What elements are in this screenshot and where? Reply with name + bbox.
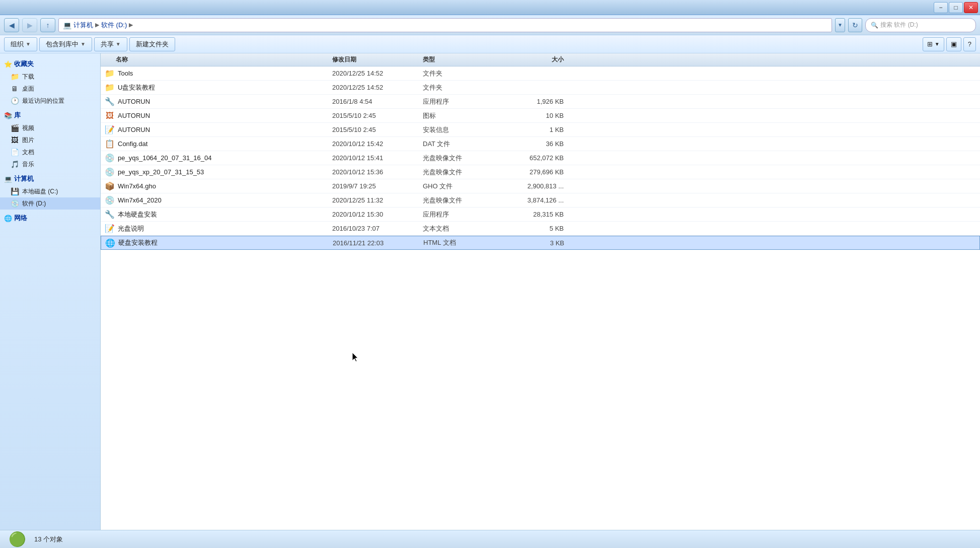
file-name-disk-install: 硬盘安装教程	[118, 238, 158, 247]
file-type-pe-xp: 光盘映像文件	[423, 168, 503, 177]
search-bar[interactable]: 🔍 搜索 软件 (D:)	[865, 18, 976, 32]
file-size-autorun-exe: 1,926 KB	[503, 98, 574, 105]
preview-pane-button[interactable]: ▣	[946, 37, 961, 51]
file-icon-pe-xp: 💿	[105, 167, 115, 177]
breadcrumb-computer[interactable]: 计算机	[73, 21, 93, 30]
file-size-autorun-inf: 1 KB	[503, 126, 574, 133]
col-header-size[interactable]: 大小	[503, 55, 574, 64]
sidebar: ⭐ 收藏夹 📁 下载 🖥 桌面 🕐 最近访问的位置 📚 库	[0, 53, 101, 530]
table-row[interactable]: 📁 U盘安装教程 2020/12/25 14:52 文件夹	[101, 81, 980, 95]
share-button[interactable]: 共享 ▼	[94, 37, 127, 51]
music-icon: 🎵	[10, 160, 19, 169]
table-row[interactable]: 💿 pe_yqs_xp_20_07_31_15_53 2020/10/12 15…	[101, 165, 980, 179]
file-name-local-install: 本地硬盘安装	[118, 210, 157, 219]
computer-section-icon: 💻	[4, 175, 12, 183]
file-size-win7-2020: 3,874,126 ...	[503, 196, 574, 204]
table-row[interactable]: 🔧 AUTORUN 2016/1/8 4:54 应用程序 1,926 KB	[101, 95, 980, 109]
file-icon-pe-1064: 💿	[105, 153, 115, 163]
sidebar-item-desktop[interactable]: 🖥 桌面	[0, 83, 100, 95]
sidebar-item-software-d[interactable]: 💿 软件 (D:)	[0, 197, 100, 210]
table-row[interactable]: 🖼 AUTORUN 2015/5/10 2:45 图标 10 KB	[101, 109, 980, 123]
file-name-win7-2020: Win7x64_2020	[118, 196, 162, 204]
file-type-win7-2020: 光盘映像文件	[423, 196, 503, 205]
help-button[interactable]: ?	[963, 37, 976, 51]
sidebar-section-library-title[interactable]: 📚 库	[0, 109, 100, 122]
computer-icon: 💻	[63, 21, 71, 29]
file-date-pe-xp: 2020/10/12 15:36	[332, 168, 423, 176]
address-dropdown[interactable]: ▼	[835, 18, 845, 32]
organize-dropdown-icon: ▼	[26, 41, 31, 47]
breadcrumb-sep1: ▶	[95, 22, 99, 28]
table-row[interactable]: 🌐 硬盘安装教程 2016/11/21 22:03 HTML 文档 3 KB	[101, 236, 980, 250]
col-header-type[interactable]: 类型	[423, 55, 503, 64]
file-type-disc-readme: 文本文档	[423, 224, 503, 233]
table-row[interactable]: 📁 Tools 2020/12/25 14:52 文件夹	[101, 66, 980, 81]
file-icon-autorun-inf: 📝	[105, 125, 115, 135]
table-row[interactable]: 🔧 本地硬盘安装 2020/10/12 15:30 应用程序 28,315 KB	[101, 208, 980, 222]
sidebar-item-docs[interactable]: 📄 文档	[0, 146, 100, 158]
table-row[interactable]: 📦 Win7x64.gho 2019/9/7 19:25 GHO 文件 2,90…	[101, 179, 980, 193]
help-icon: ?	[968, 40, 971, 48]
refresh-button[interactable]: ↻	[848, 18, 862, 32]
preview-icon: ▣	[951, 40, 957, 48]
table-row[interactable]: 📋 Config.dat 2020/10/12 15:42 DAT 文件 36 …	[101, 137, 980, 151]
file-type-pe-1064: 光盘映像文件	[423, 154, 503, 163]
file-name-udisk-install: U盘安装教程	[118, 83, 155, 92]
file-icon-autorun-exe: 🔧	[105, 97, 115, 107]
forward-button[interactable]: ▶	[22, 18, 37, 32]
file-list-container[interactable]: 名称 修改日期 类型 大小 📁 Tools 2020/12/25 14:52 文…	[101, 53, 980, 530]
up-button[interactable]: ↑	[40, 18, 55, 32]
table-row[interactable]: 💿 Win7x64_2020 2020/12/25 11:32 光盘映像文件 3…	[101, 193, 980, 208]
file-date-win7-gho: 2019/9/7 19:25	[332, 182, 423, 190]
file-name-win7-gho: Win7x64.gho	[118, 182, 156, 190]
video-icon: 🎬	[10, 123, 19, 132]
new-folder-button[interactable]: 新建文件夹	[129, 37, 175, 51]
file-size-pe-xp: 279,696 KB	[503, 168, 574, 176]
sidebar-item-video[interactable]: 🎬 视频	[0, 122, 100, 134]
close-button[interactable]: ✕	[964, 2, 978, 13]
minimize-button[interactable]: −	[934, 2, 948, 13]
file-name-pe-1064: pe_yqs_1064_20_07_31_16_04	[118, 154, 212, 162]
docs-icon: 📄	[10, 148, 19, 157]
table-row[interactable]: 📝 AUTORUN 2015/5/10 2:45 安装信息 1 KB	[101, 123, 980, 137]
status-bar: 🟢 13 个对象	[0, 530, 980, 548]
file-type-local-install: 应用程序	[423, 210, 503, 219]
back-button[interactable]: ◀	[4, 18, 19, 32]
new-folder-label: 新建文件夹	[136, 40, 169, 49]
sidebar-item-downloads[interactable]: 📁 下载	[0, 71, 100, 83]
file-size-autorun-ico: 10 KB	[503, 112, 574, 119]
breadcrumb-drive[interactable]: 软件 (D:)	[101, 21, 127, 30]
maximize-button[interactable]: □	[949, 2, 963, 13]
include-library-dropdown-icon: ▼	[81, 41, 86, 47]
downloads-icon: 📁	[10, 72, 19, 81]
sidebar-item-pictures[interactable]: 🖼 图片	[0, 134, 100, 146]
table-row[interactable]: 📝 光盘说明 2016/10/23 7:07 文本文档 5 KB	[101, 222, 980, 236]
file-date-udisk-install: 2020/12/25 14:52	[332, 84, 423, 91]
file-name-disc-readme: 光盘说明	[118, 224, 144, 233]
sidebar-section-network-title[interactable]: 🌐 网络	[0, 212, 100, 225]
file-icon-win7-2020: 💿	[105, 195, 115, 206]
file-name-tools: Tools	[118, 70, 133, 77]
col-header-date[interactable]: 修改日期	[332, 55, 423, 64]
sidebar-section-favorites-title[interactable]: ⭐ 收藏夹	[0, 57, 100, 71]
sidebar-section-computer: 💻 计算机 💾 本地磁盘 (C:) 💿 软件 (D:)	[0, 172, 100, 210]
file-size-disc-readme: 5 KB	[503, 225, 574, 232]
breadcrumb-sep2: ▶	[129, 22, 133, 28]
sidebar-item-music[interactable]: 🎵 音乐	[0, 158, 100, 170]
include-in-library-button[interactable]: 包含到库中 ▼	[39, 37, 92, 51]
sidebar-item-recent[interactable]: 🕐 最近访问的位置	[0, 95, 100, 107]
network-icon: 🌐	[4, 215, 12, 222]
file-list-header: 名称 修改日期 类型 大小	[101, 53, 980, 66]
sidebar-item-local-c[interactable]: 💾 本地磁盘 (C:)	[0, 185, 100, 197]
share-dropdown-icon: ▼	[116, 41, 121, 47]
file-type-autorun-inf: 安装信息	[423, 125, 503, 134]
table-row[interactable]: 💿 pe_yqs_1064_20_07_31_16_04 2020/10/12 …	[101, 151, 980, 165]
file-rows-container: 📁 Tools 2020/12/25 14:52 文件夹 📁 U盘安装教程 20…	[101, 66, 980, 250]
file-type-win7-gho: GHO 文件	[423, 182, 503, 191]
file-type-autorun-exe: 应用程序	[423, 97, 503, 106]
views-button[interactable]: ⊞ ▼	[923, 37, 944, 51]
organize-button[interactable]: 组织 ▼	[4, 37, 37, 51]
col-header-name[interactable]: 名称	[101, 55, 332, 64]
include-library-label: 包含到库中	[46, 40, 79, 49]
sidebar-section-computer-title[interactable]: 💻 计算机	[0, 172, 100, 185]
